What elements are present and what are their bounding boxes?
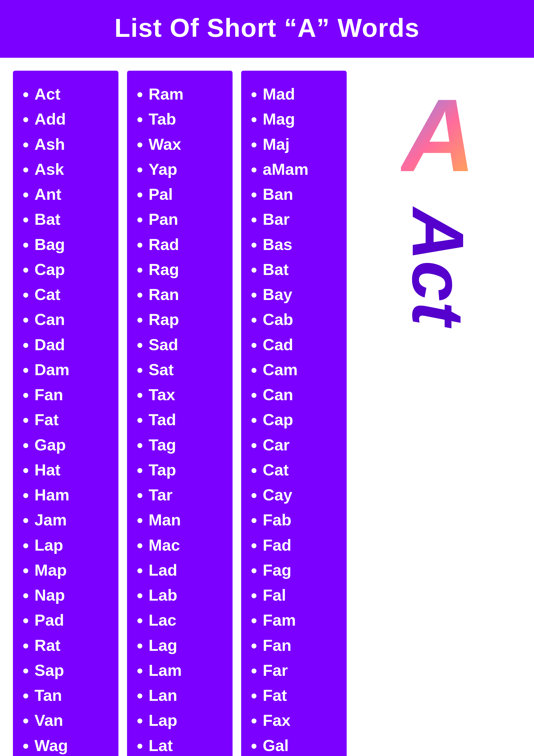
word-item: Dad <box>35 332 108 357</box>
word-item: Ram <box>149 81 222 106</box>
word-item: Yap <box>149 157 222 182</box>
word-item: Lan <box>149 683 222 708</box>
word-item: Act <box>35 81 108 106</box>
word-list-2: RamTabWaxYapPalPanRadRagRanRapSadSatTaxT… <box>138 81 222 756</box>
word-item: Gap <box>35 432 108 457</box>
word-item: Nap <box>35 582 108 608</box>
word-item: Tax <box>149 382 222 407</box>
word-item: Cat <box>263 457 336 482</box>
word-item: Pad <box>35 608 108 633</box>
word-item: Bag <box>35 232 108 257</box>
word-item: Gal <box>263 733 336 756</box>
word-item: Can <box>35 307 108 332</box>
word-item: Lam <box>149 658 222 683</box>
word-item: Sap <box>35 658 108 683</box>
word-item: Mac <box>149 532 222 557</box>
word-item: Tar <box>149 482 222 507</box>
word-item: Fag <box>263 557 336 582</box>
word-item: Lad <box>149 557 222 582</box>
word-item: Sat <box>149 357 222 382</box>
word-item: Rag <box>149 257 222 282</box>
word-item: Tag <box>149 432 222 457</box>
word-column-2: RamTabWaxYapPalPanRadRagRanRapSadSatTaxT… <box>127 71 233 756</box>
word-item: Hat <box>35 457 108 482</box>
word-item: Add <box>35 106 108 131</box>
word-item: Lab <box>149 582 222 608</box>
word-item: Tad <box>149 407 222 432</box>
word-item: Fat <box>35 407 108 432</box>
word-item: Ban <box>263 182 336 207</box>
word-item: Tab <box>149 106 222 131</box>
page-header: List Of Short “A” Words <box>0 0 534 58</box>
word-item: Cab <box>263 307 336 332</box>
word-item: Van <box>35 708 108 733</box>
word-list-3: MadMagMajaMamBanBarBasBatBayCabCadCamCan… <box>252 81 336 756</box>
word-item: Wag <box>35 733 108 756</box>
word-item: Jam <box>35 507 108 532</box>
word-item: Fab <box>263 507 336 532</box>
word-item: Can <box>263 382 336 407</box>
word-item: Ash <box>35 132 108 157</box>
word-item: Fax <box>263 708 336 733</box>
word-item: Pal <box>149 182 222 207</box>
word-item: Mag <box>263 106 336 131</box>
word-item: Bar <box>263 207 336 232</box>
word-item: Dam <box>35 357 108 382</box>
word-item: Fan <box>35 382 108 407</box>
word-item: Sad <box>149 332 222 357</box>
word-item: Cay <box>263 482 336 507</box>
main-content: ActAddAshAskAntBatBagCapCatCanDadDamFanF… <box>0 58 534 756</box>
word-item: Fad <box>263 532 336 557</box>
word-item: Rat <box>35 633 108 658</box>
word-item: Ham <box>35 482 108 507</box>
word-item: Maj <box>263 132 336 157</box>
word-item: Cap <box>35 257 108 282</box>
word-item: Pan <box>149 207 222 232</box>
word-item: Ant <box>35 182 108 207</box>
word-item: Bat <box>263 257 336 282</box>
word-item: Cam <box>263 357 336 382</box>
act-label: Act <box>402 208 475 326</box>
word-item: Cap <box>263 407 336 432</box>
big-letter-a: A <box>401 84 476 187</box>
word-item: Fat <box>263 683 336 708</box>
word-item: Lap <box>149 708 222 733</box>
word-item: Rad <box>149 232 222 257</box>
word-item: Map <box>35 557 108 582</box>
word-item: Lac <box>149 608 222 633</box>
page-title: List Of Short “A” Words <box>17 13 517 43</box>
word-item: Bat <box>35 207 108 232</box>
word-item: Man <box>149 507 222 532</box>
word-item: Car <box>263 432 336 457</box>
word-item: Fam <box>263 608 336 633</box>
word-item: Wax <box>149 132 222 157</box>
word-column-1: ActAddAshAskAntBatBagCapCatCanDadDamFanF… <box>13 71 118 756</box>
word-item: aMam <box>263 157 336 182</box>
word-item: Fan <box>263 633 336 658</box>
word-item: Mad <box>263 81 336 106</box>
word-item: Bas <box>263 232 336 257</box>
word-item: Lap <box>35 532 108 557</box>
word-item: Far <box>263 658 336 683</box>
word-item: Cat <box>35 282 108 307</box>
word-item: Bay <box>263 282 336 307</box>
word-item: Lag <box>149 633 222 658</box>
word-column-3: MadMagMajaMamBanBarBasBatBayCabCadCamCan… <box>241 71 347 756</box>
word-item: Lat <box>149 733 222 756</box>
word-item: Ran <box>149 282 222 307</box>
word-item: Rap <box>149 307 222 332</box>
word-list-1: ActAddAshAskAntBatBagCapCatCanDadDamFanF… <box>24 81 108 756</box>
word-item: Fal <box>263 582 336 608</box>
word-item: Tan <box>35 683 108 708</box>
word-item: Tap <box>149 457 222 482</box>
word-item: Cad <box>263 332 336 357</box>
decorative-area: A Act <box>355 71 521 756</box>
word-item: Ask <box>35 157 108 182</box>
